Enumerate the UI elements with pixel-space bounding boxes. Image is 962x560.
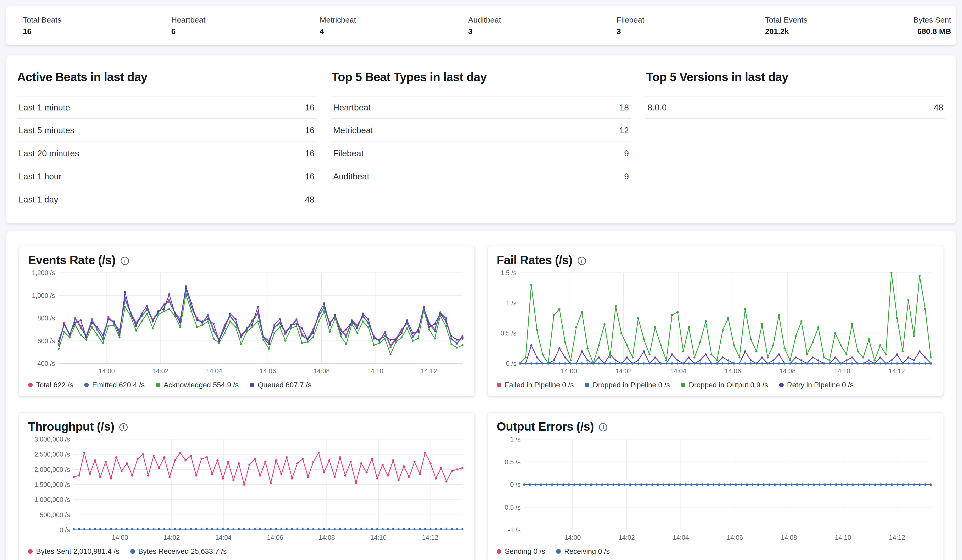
stat-label: Metricbeat: [320, 16, 468, 24]
legend-label: Failed in Pipeline 0 /s: [505, 381, 574, 389]
chart-canvas[interactable]: 14:0014:0214:0414:0614:0814:1014:121.5 /…: [497, 269, 934, 377]
info-icon[interactable]: i: [119, 423, 128, 431]
svg-text:500,000 /s: 500,000 /s: [40, 511, 70, 518]
legend-dot: [28, 383, 33, 387]
line-chart[interactable]: 14:0014:0214:0414:0614:0814:1014:121.5 /…: [497, 269, 934, 377]
table-title: Top 5 Versions in last day: [646, 70, 945, 84]
legend-item[interactable]: Retry in Pipeline 0 /s: [779, 381, 854, 389]
svg-text:800 /s: 800 /s: [37, 314, 55, 322]
chart-legend: Bytes Sent 2,010,981.4 /sBytes Received …: [28, 546, 466, 557]
charts-panel: Events Rate (/s) i 14:0014:0214:0414:061…: [6, 231, 956, 560]
table: 8.0.0 48: [646, 96, 945, 119]
stat-label: Filebeat: [617, 16, 765, 24]
legend-label: Bytes Sent 2,010,981.4 /s: [36, 547, 119, 555]
metric-value: 12: [620, 126, 629, 135]
legend-item[interactable]: Bytes Sent 2,010,981.4 /s: [28, 547, 119, 555]
svg-text:14:00: 14:00: [98, 367, 115, 375]
svg-text:14:02: 14:02: [619, 534, 635, 541]
svg-text:1,200 /s: 1,200 /s: [32, 269, 55, 276]
svg-text:14:04: 14:04: [673, 534, 689, 541]
metric-value: 16: [305, 172, 315, 182]
metric-label: Auditbeat: [333, 172, 369, 182]
legend-item[interactable]: Dropped in Output 0.9 /s: [681, 381, 768, 389]
chart-canvas[interactable]: 14:0014:0214:0414:0614:0814:1014:121 /s0…: [497, 435, 934, 544]
svg-text:14:06: 14:06: [726, 534, 743, 541]
svg-text:14:02: 14:02: [163, 534, 180, 541]
chart-legend: Failed in Pipeline 0 /sDropped in Pipeli…: [497, 379, 934, 391]
chart-title: Fail Rates (/s): [497, 253, 573, 267]
svg-text:1,000 /s: 1,000 /s: [32, 292, 55, 299]
stat-value: 4: [320, 27, 468, 36]
stat-filebeat: Filebeat 3: [617, 16, 765, 36]
stat-bytes-sent: Bytes Sent 680.8 MB: [914, 16, 951, 36]
stat-label: Heartbeat: [171, 16, 320, 24]
throughput-chart-card: Throughput (/s) i 14:0014:0214:0414:0614…: [19, 412, 475, 560]
legend-item[interactable]: Failed in Pipeline 0 /s: [497, 381, 574, 389]
svg-text:14:10: 14:10: [367, 367, 384, 375]
legend-dot: [497, 549, 501, 554]
output-errors-chart-card: Output Errors (/s) i 14:0014:0214:0414:0…: [487, 412, 943, 560]
svg-text:14:08: 14:08: [313, 367, 330, 375]
line-chart[interactable]: 14:0014:0214:0414:0614:0814:1014:123,000…: [28, 435, 466, 544]
chart-canvas[interactable]: 14:0014:0214:0414:0614:0814:1014:121,200…: [28, 269, 466, 377]
legend-item[interactable]: Bytes Received 25,633.7 /s: [130, 547, 227, 555]
legend-label: Retry in Pipeline 0 /s: [787, 381, 854, 389]
info-icon[interactable]: i: [578, 257, 586, 265]
svg-text:14:06: 14:06: [267, 534, 283, 541]
info-icon[interactable]: i: [599, 423, 607, 431]
beats-monitoring-dashboard: Total Beats 16 Heartbeat 6 Metricbeat 4 …: [0, 0, 962, 560]
summary-tables-panel: Active Beats in last day Last 1 minute 1…: [6, 55, 956, 224]
legend-dot: [556, 549, 561, 554]
chart-header: Output Errors (/s) i: [497, 420, 934, 433]
svg-text:14:10: 14:10: [370, 534, 387, 541]
svg-text:14:06: 14:06: [725, 367, 741, 375]
stat-label: Bytes Sent: [914, 16, 951, 24]
metric-value: 9: [624, 172, 629, 182]
svg-text:14:02: 14:02: [152, 367, 169, 375]
svg-text:1.5 /s: 1.5 /s: [500, 269, 517, 276]
metric-label: Last 5 minutes: [19, 126, 74, 135]
info-icon[interactable]: i: [121, 257, 129, 265]
beat-types-table: Top 5 Beat Types in last day Heartbeat 1…: [331, 70, 631, 212]
legend-label: Dropped in Output 0.9 /s: [689, 381, 768, 389]
chart-header: Fail Rates (/s) i: [497, 253, 934, 267]
legend-item[interactable]: Dropped in Pipeline 0 /s: [585, 381, 670, 389]
table-row: Last 5 minutes 16: [17, 119, 316, 142]
svg-text:-1 /s: -1 /s: [508, 526, 521, 534]
legend-item[interactable]: Receiving 0 /s: [556, 547, 610, 555]
metric-label: Last 20 minutes: [19, 148, 79, 158]
chart-canvas[interactable]: 14:0014:0214:0414:0614:0814:1014:123,000…: [28, 435, 466, 544]
legend-item[interactable]: Total 622 /s: [28, 381, 73, 389]
legend-item[interactable]: Emitted 620.4 /s: [84, 381, 145, 389]
events-rate-chart-card: Events Rate (/s) i 14:0014:0214:0414:061…: [19, 246, 475, 396]
metric-value: 16: [305, 103, 315, 113]
legend-label: Total 622 /s: [36, 381, 73, 389]
fail-rates-chart-card: Fail Rates (/s) i 14:0014:0214:0414:0614…: [487, 246, 943, 396]
svg-text:400 /s: 400 /s: [37, 360, 55, 367]
svg-text:-0.5 /s: -0.5 /s: [503, 504, 521, 511]
legend-label: Bytes Received 25,633.7 /s: [138, 547, 227, 555]
stat-total-beats: Total Beats 16: [23, 16, 171, 36]
legend-item[interactable]: Acknowledged 554.9 /s: [156, 381, 239, 389]
stat-label: Total Beats: [23, 16, 171, 24]
svg-text:0.5 /s: 0.5 /s: [505, 459, 521, 466]
svg-text:14:06: 14:06: [260, 367, 276, 375]
legend-item[interactable]: Queued 607.7 /s: [250, 381, 312, 389]
legend-item[interactable]: Sending 0 /s: [497, 547, 545, 555]
legend-dot: [130, 549, 135, 554]
table-title: Top 5 Beat Types in last day: [332, 70, 631, 84]
table-row: Heartbeat 18: [331, 96, 631, 119]
metric-value: 16: [305, 148, 315, 158]
legend-dot: [84, 383, 89, 387]
metric-value: 9: [624, 148, 629, 158]
line-chart[interactable]: 14:0014:0214:0414:0614:0814:1014:121,200…: [28, 269, 466, 377]
line-chart[interactable]: 14:0014:0214:0414:0614:0814:1014:121 /s0…: [497, 435, 934, 544]
svg-text:14:12: 14:12: [889, 534, 906, 541]
svg-text:2,000,000 /s: 2,000,000 /s: [34, 466, 70, 473]
svg-text:1,000,000 /s: 1,000,000 /s: [34, 496, 70, 503]
table: Heartbeat 18 Metricbeat 12 Filebeat 9 Au…: [331, 96, 631, 188]
svg-text:14:04: 14:04: [206, 367, 223, 375]
chart-title: Events Rate (/s): [28, 253, 116, 267]
svg-text:14:08: 14:08: [779, 367, 796, 375]
metric-label: Filebeat: [333, 148, 363, 158]
